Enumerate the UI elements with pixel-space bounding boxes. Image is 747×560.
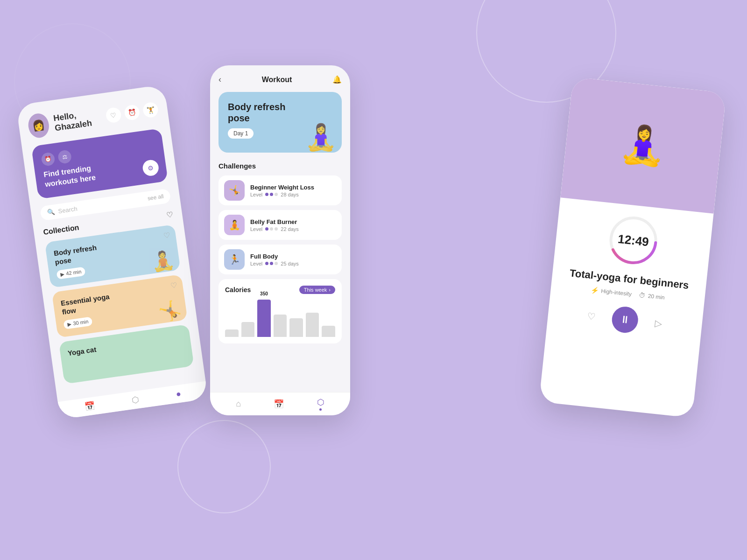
challenge-thumb-1: 🤸 [224,180,245,201]
pentagon-icon: ⬡ [317,397,324,407]
pause-button[interactable]: ⏸ [611,306,640,335]
workout-figure: 🧘‍♀️ [560,77,726,214]
level-label-3: Level [250,261,262,266]
level-label-1: Level [250,192,262,197]
collection-heart-icon[interactable]: ♡ [166,210,174,220]
intensity-icon: ⚡ [591,287,599,295]
bar-5 [289,318,303,337]
middle-header: ‹ Workout 🔔 [218,75,342,84]
nav-shape-icon[interactable]: ⬡ [708,282,726,301]
banner-card: ⏰ ⚖ Find trending workouts here ⚙ [31,128,168,199]
level-dots-3 [265,262,278,265]
nav-active-indicator [715,302,718,306]
back-button[interactable]: ‹ [218,75,221,84]
search-placeholder: Search [58,205,78,215]
right-phone: 🧘‍♀️ 12:49 Total-yoga fo [539,77,726,418]
challenge-item-2[interactable]: 🧘 Belly Fat Burner Level 22 days [218,210,342,240]
challenge-days-1: 28 days [281,192,299,197]
card-duration-2: 30 min [73,319,89,326]
weight-icon: ⚖ [57,149,72,164]
challenge-thumb-2: 🧘 [224,215,245,235]
level-label-2: Level [250,226,262,232]
skip-control-button[interactable]: ▷ [648,313,669,334]
challenge-name-2: Belly Fat Burner [250,218,299,225]
challenge-days-2: 22 days [281,226,299,232]
chevron-right-icon: › [329,287,331,293]
calendar-icon: 📅 [274,399,284,409]
nav-pentagon[interactable]: ⬡ [317,397,324,411]
nav-calendar[interactable]: 📅 [274,399,284,409]
dumbbell-icon-btn[interactable]: 🏋 [142,101,159,118]
yoga-figure-1: 🧘 [150,248,176,273]
bar-1 [225,329,239,337]
nav-calendar-icon[interactable]: 📅 [84,400,96,412]
bar-peak-value: 350 [260,291,268,296]
timer-icon: ⏱ [639,291,646,299]
bar-3-active: 350 [257,300,271,337]
see-all-link[interactable]: see all [147,193,164,202]
card-duration-1: 42 min [66,269,82,276]
nav-clock-icon[interactable]: ⏰ [714,232,726,251]
challenges-section-title: Challenges [218,162,342,170]
nav-active-dot [319,408,322,411]
heart-icon-btn[interactable]: ♡ [105,107,122,124]
challenge-item-3[interactable]: 🏃 Full Body Level 25 days [218,245,342,274]
avatar: 👩 [27,112,50,139]
playback-controls: ♡ ⏸ ▷ [558,300,691,340]
clock-icon-btn[interactable]: ⏰ [124,104,141,121]
calories-section: Calories This week › 350 [218,279,342,343]
timer-circle: 12:49 [605,212,662,269]
middle-phone: ‹ Workout 🔔 Body refresh pose Day 1 🧘‍♀️… [210,65,350,415]
hero-title: Body refresh pose [228,101,293,124]
meta-duration: ⏱ 20 min [639,291,665,301]
level-dots-1 [265,193,278,196]
play-icon-1: ▶ [60,271,65,277]
card-heart-2[interactable]: ♡ [170,280,178,290]
greeting-text: Hello, Ghazaleh [53,106,107,133]
clock-icon: ⏰ [41,152,56,167]
challenge-name-1: Beginner Weight Loss [250,184,314,191]
middle-bottom-nav: ⌂ 📅 ⬡ [210,392,350,415]
bar-4 [274,315,287,337]
bell-icon[interactable]: 🔔 [332,75,342,84]
search-icon: 🔍 [47,208,55,216]
challenge-name-3: Full Body [250,253,299,260]
workout-image-area: 🧘‍♀️ [560,77,726,214]
calories-title: Calories [225,286,251,294]
home-icon: ⌂ [236,399,241,409]
nav-home[interactable]: ⌂ [236,399,241,409]
card-meta-1: ▶ 42 min [56,266,85,279]
hero-figure: 🧘‍♀️ [305,122,337,153]
collection-title: Collection [42,224,79,237]
intensity-label: High-intesity [601,288,632,298]
bar-7 [322,326,335,337]
yoga-figure-2: 🤸 [157,298,183,323]
nav-dot-icon: ● [176,389,182,399]
bar-6 [306,313,319,337]
heart-control-button[interactable]: ♡ [581,306,602,327]
nav-calendar-icon[interactable]: 📅 [711,257,726,276]
nav-home-icon[interactable]: ⬡ [131,394,140,406]
meta-intensity: ⚡ High-intesity [591,287,632,298]
card-title-1: Body refresh pose [53,240,116,267]
card-meta-2: ▶ 30 min [63,316,92,329]
challenge-item-1[interactable]: 🤸 Beginner Weight Loss Level 28 days [218,175,342,205]
bar-2 [241,322,255,337]
level-dots-2 [265,227,278,231]
duration-label: 20 min [648,293,665,301]
week-badge[interactable]: This week › [299,286,335,294]
card-heart-1[interactable]: ♡ [163,231,171,240]
play-icon-2: ▶ [67,321,72,327]
filter-button[interactable]: ⚙ [141,159,159,176]
hero-card[interactable]: Body refresh pose Day 1 🧘‍♀️ [218,92,342,153]
card-title-3: Yoga cat [67,340,128,357]
left-phone: 👩 Hello, Ghazaleh ♡ ⏰ 🏋 ⏰ ⚖ Find trendin… [16,84,208,420]
page-title: Workout [262,76,292,84]
challenge-days-3: 25 days [281,261,299,266]
bar-chart: 350 [225,300,335,337]
week-label: This week [304,287,327,293]
timer-container: 12:49 [565,208,702,273]
challenge-thumb-3: 🏃 [224,249,245,270]
nav-clipboard-icon[interactable]: 📋 [716,207,726,226]
right-content: 12:49 Total-yoga for beginners ⚡ High-in… [546,197,714,350]
